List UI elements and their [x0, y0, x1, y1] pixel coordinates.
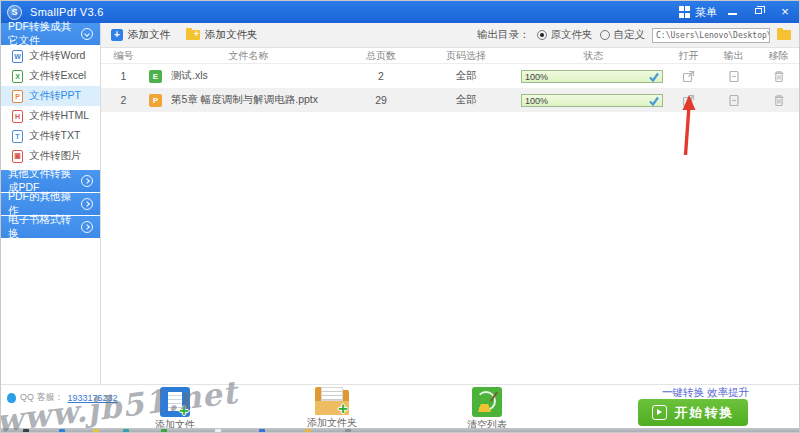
col-number: 编号: [101, 49, 146, 63]
progress-bar: 100%: [521, 70, 663, 83]
col-status: 状态: [521, 49, 666, 63]
output-dir-group: 输出目录： 原文件夹 自定义 C:\Users\Lenovo\Desktop\: [477, 28, 791, 43]
check-icon: [648, 95, 660, 107]
add-folder-label: 添加文件夹: [205, 28, 258, 42]
remove-file-button[interactable]: [770, 67, 788, 85]
table-header: 编号 文件名称 总页数 页码选择 状态 打开 输出 移除: [101, 48, 800, 64]
menu-button[interactable]: 菜单: [679, 5, 718, 20]
sidebar-item-label: 文件转PPT: [29, 89, 81, 103]
title-bar: S SmallPdf V3.6 菜单 ×: [1, 1, 800, 23]
add-folder-big-icon: +: [315, 387, 349, 415]
page-range: 全部: [411, 69, 521, 83]
start-convert-label: 开始转换: [675, 404, 735, 422]
footer-bar: QQ 客服： 1933175232 + 添加文件 + 添加文件夹 清空列表 一键…: [1, 384, 800, 428]
radio-custom[interactable]: [600, 30, 610, 40]
page-range: 全部: [411, 93, 521, 107]
toolbar: + 添加文件 + 添加文件夹 输出目录： 原文件夹 自定义 C:\Users\L…: [101, 23, 800, 48]
restore-button[interactable]: [749, 4, 769, 20]
col-output: 输出: [711, 49, 756, 63]
add-file-big-button[interactable]: + 添加文件: [135, 387, 215, 432]
col-filename: 文件名称: [146, 49, 351, 63]
menu-label: 菜单: [695, 5, 717, 20]
add-folder-big-button[interactable]: + 添加文件夹: [292, 387, 372, 430]
table-row: 1 E 测试.xls 2 全部 100%: [101, 64, 800, 88]
qq-number-link[interactable]: 1933175232: [68, 393, 118, 403]
radio-custom-label: 自定义: [614, 28, 646, 42]
file-name: 第5章 幅度调制与解调电路.pptx: [171, 93, 318, 107]
txt-file-icon: T: [12, 130, 23, 143]
open-output-button[interactable]: [725, 67, 743, 85]
image-file-icon: ▣: [12, 150, 23, 163]
sidebar-item-label: 文件转Excel: [29, 69, 86, 83]
sidebar-section-pdf-to-other[interactable]: PDF转换成其它文件: [1, 23, 100, 45]
app-title: SmallPdf V3.6: [30, 6, 104, 18]
col-page-range: 页码选择: [411, 49, 521, 63]
total-pages: 2: [351, 70, 411, 82]
open-file-button[interactable]: [680, 67, 698, 85]
col-pages: 总页数: [351, 49, 411, 63]
remove-file-button[interactable]: [770, 91, 788, 109]
qq-support: QQ 客服： 1933175232: [7, 391, 118, 404]
sidebar-section-ebook[interactable]: 电子书格式转换: [1, 216, 100, 238]
add-file-button[interactable]: + 添加文件: [111, 28, 170, 42]
chevron-down-icon: [81, 28, 93, 40]
app-window: S SmallPdf V3.6 菜单 × PDF转换成其它文件 W 文件转Wor…: [0, 0, 800, 433]
browse-folder-icon[interactable]: [777, 30, 791, 40]
ppt-type-icon: P: [149, 94, 162, 107]
add-file-big-icon: +: [160, 387, 190, 417]
add-file-icon: +: [111, 29, 123, 41]
section-label: 电子书格式转换: [8, 213, 81, 241]
output-path-field[interactable]: C:\Users\Lenovo\Desktop\: [652, 28, 770, 43]
excel-file-icon: X: [12, 70, 23, 83]
sidebar-item-to-ppt[interactable]: P 文件转PPT: [1, 86, 100, 106]
close-button[interactable]: ×: [775, 4, 795, 20]
open-output-button[interactable]: [725, 91, 743, 109]
play-icon: [652, 405, 667, 420]
qq-label: QQ 客服：: [20, 391, 64, 404]
sidebar-item-to-html[interactable]: H 文件转HTML: [1, 106, 100, 126]
progress-value: 100%: [525, 72, 548, 82]
sidebar-item-label: 文件转TXT: [29, 129, 80, 143]
radio-original-folder[interactable]: [537, 30, 547, 40]
add-folder-button[interactable]: + 添加文件夹: [186, 28, 258, 42]
sidebar-item-to-word[interactable]: W 文件转Word: [1, 46, 100, 66]
row-number: 2: [101, 94, 146, 106]
minimize-icon: [728, 13, 737, 15]
taskbar-sliver: [1, 428, 800, 433]
clear-list-icon: [472, 387, 502, 417]
sidebar-section-other-to-pdf[interactable]: 其他文件转换成PDF: [1, 170, 100, 192]
qq-icon: [7, 393, 16, 403]
ppt-file-icon: P: [12, 90, 23, 103]
chevron-right-icon: [81, 198, 93, 210]
sidebar-item-to-excel[interactable]: X 文件转Excel: [1, 66, 100, 86]
promo-text: 一键转换 效率提升: [662, 386, 749, 400]
check-icon: [648, 71, 660, 83]
app-logo-icon: S: [7, 5, 22, 20]
total-pages: 29: [351, 94, 411, 106]
sidebar-item-to-image[interactable]: ▣ 文件转图片: [1, 146, 100, 166]
radio-original-label: 原文件夹: [551, 28, 593, 42]
chevron-right-icon: [81, 175, 93, 187]
word-file-icon: W: [12, 50, 23, 63]
restore-icon: [755, 8, 762, 14]
progress-bar: 100%: [521, 94, 663, 107]
output-dir-label: 输出目录：: [477, 28, 530, 42]
minimize-button[interactable]: [723, 4, 743, 20]
progress-value: 100%: [525, 96, 548, 106]
main-area: + 添加文件 + 添加文件夹 输出目录： 原文件夹 自定义 C:\Users\L…: [101, 23, 800, 384]
excel-type-icon: E: [149, 70, 162, 83]
chevron-right-icon: [81, 221, 93, 233]
sidebar: PDF转换成其它文件 W 文件转Word X 文件转Excel P 文件转PPT…: [1, 23, 101, 384]
start-convert-button[interactable]: 开始转换: [638, 399, 748, 426]
file-name: 测试.xls: [171, 69, 208, 83]
section-label: PDF转换成其它文件: [8, 20, 81, 48]
html-file-icon: H: [12, 110, 23, 123]
row-number: 1: [101, 70, 146, 82]
sidebar-item-label: 文件转Word: [29, 49, 85, 63]
sidebar-item-label: 文件转图片: [29, 149, 82, 163]
red-arrow-annotation: [677, 95, 701, 157]
sidebar-section-pdf-ops[interactable]: PDF的其他操作: [1, 193, 100, 215]
clear-list-button[interactable]: 清空列表: [447, 387, 527, 432]
sidebar-item-to-txt[interactable]: T 文件转TXT: [1, 126, 100, 146]
col-open: 打开: [666, 49, 711, 63]
